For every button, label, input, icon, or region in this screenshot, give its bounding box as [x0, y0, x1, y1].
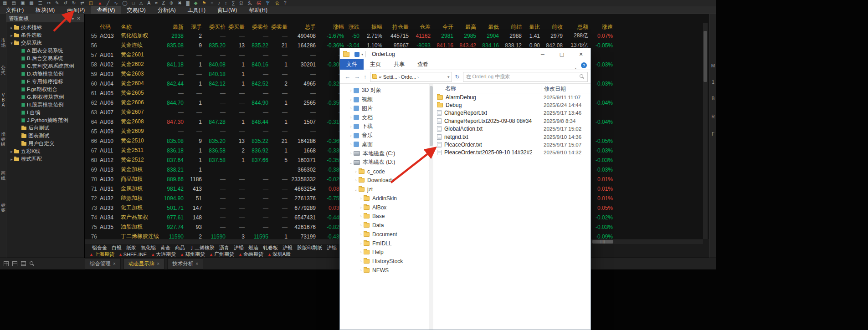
menu-item[interactable]: 交易(O): [121, 6, 151, 15]
market-tab[interactable]: ▲SHFE-INE: [118, 252, 147, 257]
approx-icon[interactable]: ≈: [155, 1, 158, 5]
explorer-nav-item[interactable]: ›HistoryStock: [340, 257, 429, 266]
menu-item[interactable]: 查看(V): [91, 6, 121, 15]
maximize-button[interactable]: ▢: [552, 48, 571, 60]
sidebar-item[interactable]: 图表测试: [6, 132, 84, 140]
column-header[interactable]: 最高: [455, 23, 478, 31]
diamond-icon[interactable]: ◆: [194, 1, 198, 5]
help-icon[interactable]: ?: [581, 62, 587, 68]
ticker-item[interactable]: 丁二烯橡胶: [190, 245, 215, 251]
ticker-item[interactable]: 燃油: [248, 245, 258, 251]
close-tab-icon[interactable]: ×: [113, 261, 116, 266]
market-tab[interactable]: ▲金融期货: [238, 251, 263, 258]
edit-icon[interactable]: ✎: [55, 1, 59, 5]
file-row[interactable]: ChangeReport.txt2025/9/17 13:46: [433, 109, 591, 117]
explorer-nav-item[interactable]: ›Document: [340, 230, 429, 239]
explorer-nav-item[interactable]: ›视频: [340, 95, 429, 104]
ticker-item[interactable]: 沪铅: [234, 245, 244, 251]
right-strip-label[interactable]: M: [709, 63, 717, 68]
table-vertical-scrollbar[interactable]: [703, 23, 708, 239]
expand-icon[interactable]: ↕: [225, 1, 227, 5]
explorer-nav-item[interactable]: ›图片: [340, 104, 429, 113]
expand-chevron-icon[interactable]: ›: [348, 88, 354, 93]
sum-icon[interactable]: ∑: [231, 1, 235, 5]
sidebar-item[interactable]: ▾交易系统: [6, 39, 84, 47]
explorer-nav-item[interactable]: ›c_code: [340, 167, 429, 176]
date-column-header[interactable]: 修改日期: [541, 85, 566, 92]
flag-icon[interactable]: ⚑: [202, 1, 206, 5]
expand-chevron-icon[interactable]: ›: [358, 214, 364, 218]
undo-icon[interactable]: ↺: [64, 1, 67, 5]
expand-chevron-icon[interactable]: ›: [348, 133, 354, 138]
left-strip-tab[interactable]: 指标组: [0, 132, 6, 147]
ribbon-tab-主页[interactable]: 主页: [364, 59, 387, 70]
explorer-nav-item[interactable]: ›下载: [340, 122, 429, 131]
file-row[interactable]: PleaceOrder.txt2025/9/17 15:07: [433, 141, 591, 148]
market-tab[interactable]: ▲深圳A股: [267, 251, 291, 258]
panel-layout-icon[interactable]: ▤: [11, 1, 15, 5]
file-row[interactable]: GlobalAction.txt2025/9/17 15:02: [433, 125, 591, 133]
right-strip-label[interactable]: R: [709, 114, 717, 119]
close-button[interactable]: ✕: [571, 48, 591, 60]
expand-chevron-icon[interactable]: ›: [353, 178, 359, 183]
explorer-nav-item[interactable]: ›本地磁盘 (C:): [340, 149, 429, 158]
ticker-item[interactable]: 胶版印刷纸: [297, 245, 322, 251]
column-header[interactable]: 涨速: [590, 23, 614, 31]
right-strip-label[interactable]: 1: [709, 80, 717, 85]
search-icon[interactable]: [30, 261, 35, 266]
page-tab[interactable]: 综合管理×: [85, 258, 121, 269]
chart-icon[interactable]: ▲: [98, 1, 102, 5]
expand-chevron-icon[interactable]: ›: [348, 115, 354, 120]
nav-pane-scrollbar[interactable]: [429, 84, 433, 330]
minimize-button[interactable]: ─: [533, 48, 552, 60]
ribbon-tab-共享[interactable]: 共享: [387, 59, 411, 70]
explorer-nav-item[interactable]: ›桌面: [340, 140, 429, 149]
omega-icon[interactable]: Ω: [239, 1, 242, 5]
zigzag-icon[interactable]: Z: [162, 1, 165, 5]
explorer-title-bar[interactable]: ▾ OrderLog ─▢✕: [340, 48, 591, 60]
market-tab[interactable]: ▲上海期货: [89, 251, 114, 258]
flat-button[interactable]: 平: [266, 1, 270, 5]
column-header[interactable]: 名称: [119, 23, 160, 31]
menu-item[interactable]: 分析(A): [152, 6, 182, 15]
triangle-tool-icon[interactable]: △: [139, 1, 143, 5]
page-tab[interactable]: 技术分析×: [167, 258, 203, 269]
holdings-button[interactable]: 仓: [275, 1, 279, 5]
explorer-nav-item[interactable]: ›AddinSkin: [340, 194, 429, 203]
sidebar-item[interactable]: I.自编: [6, 109, 84, 117]
right-strip-label[interactable]: F: [709, 132, 717, 137]
expand-chevron-icon[interactable]: ›: [348, 151, 354, 156]
column-header[interactable]: 委买量: [227, 23, 246, 31]
sidebar-item[interactable]: 用户自定义: [6, 140, 84, 147]
expand-chevron-icon[interactable]: ›: [358, 268, 364, 273]
close-tab-icon[interactable]: ×: [195, 261, 198, 266]
column-header[interactable]: 最新: [160, 23, 185, 31]
expand-chevron-icon[interactable]: ›: [348, 124, 354, 129]
expand-chevron-icon[interactable]: ›: [358, 241, 364, 246]
forward-button[interactable]: →: [352, 73, 362, 80]
sidebar-item[interactable]: F.gs期权组合: [6, 86, 84, 93]
tree-expander-icon[interactable]: ▸: [9, 33, 14, 38]
ticker-item[interactable]: 商品: [175, 245, 185, 251]
ribbon-tab-查看[interactable]: 查看: [411, 59, 435, 70]
position-button[interactable]: 头: [247, 1, 252, 5]
menu-item[interactable]: 工具(T): [182, 6, 211, 15]
ribbon-tab-文件[interactable]: 文件: [340, 59, 364, 70]
page-tab[interactable]: 动态显示牌×: [123, 258, 164, 269]
column-header[interactable]: 总额: [564, 23, 590, 31]
expand-chevron-icon[interactable]: ›: [353, 169, 359, 174]
column-header[interactable]: 委卖量: [270, 23, 289, 31]
expand-chevron-icon[interactable]: ›: [348, 142, 354, 147]
expand-chevron-icon[interactable]: ›: [358, 196, 364, 201]
file-row[interactable]: Debug2025/6/24 14:44: [433, 101, 591, 109]
market-tab[interactable]: ▲郑州期货: [180, 251, 205, 258]
expand-chevron-icon[interactable]: ›: [358, 223, 364, 228]
column-header[interactable]: 振幅: [361, 23, 384, 31]
expand-chevron-icon[interactable]: ⌄: [348, 160, 354, 165]
file-row[interactable]: netgrid.txt2025/9/10 14:36: [433, 133, 591, 141]
rect-tool-icon[interactable]: □: [132, 1, 135, 5]
quick-access-chevron-icon[interactable]: ▾: [361, 52, 363, 56]
refresh-icon[interactable]: ↻: [453, 74, 462, 80]
explorer-nav-item[interactable]: ›Help: [340, 248, 429, 257]
expand-chevron-icon[interactable]: ⌄: [353, 187, 359, 192]
